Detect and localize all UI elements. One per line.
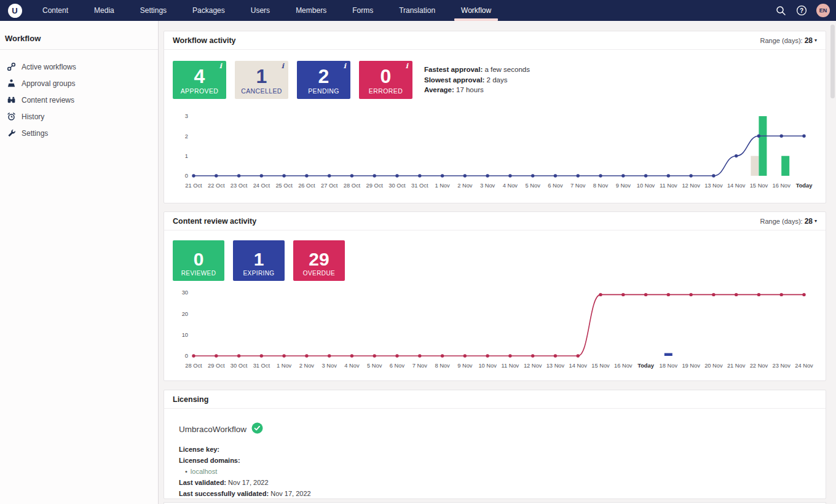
user-avatar[interactable]: EN xyxy=(816,4,830,17)
stat-label: EXPIRING xyxy=(243,270,275,277)
range-value: 28 xyxy=(805,217,813,226)
scrollbar-thumb[interactable] xyxy=(830,25,835,98)
sidebar-item-label: Settings xyxy=(22,129,48,138)
sidebar-item-label: Approval groups xyxy=(22,79,75,88)
svg-text:22 Nov: 22 Nov xyxy=(750,363,768,369)
main-nav-items: Content Media Settings Packages Users Me… xyxy=(30,0,504,21)
nav-item-content[interactable]: Content xyxy=(30,0,81,21)
svg-text:4 Nov: 4 Nov xyxy=(503,183,518,189)
svg-text:3: 3 xyxy=(185,113,188,119)
stat-card-overdue: 29 OVERDUE xyxy=(293,240,345,281)
stat-card-cancelled: i 1 CANCELLED xyxy=(235,61,288,99)
info-icon[interactable]: i xyxy=(406,62,408,70)
nav-item-packages[interactable]: Packages xyxy=(179,0,238,21)
svg-text:Today: Today xyxy=(796,183,813,189)
svg-text:27 Oct: 27 Oct xyxy=(321,183,338,189)
umbraco-logo-mark: U xyxy=(8,4,22,18)
sidebar-item-active-workflows[interactable]: Active workflows xyxy=(0,58,158,75)
svg-text:9 Nov: 9 Nov xyxy=(457,363,473,369)
license-key-label: License key: xyxy=(179,446,219,453)
chevron-down-icon: ▾ xyxy=(814,37,817,43)
svg-text:30: 30 xyxy=(182,289,188,296)
stat-label: APPROVED xyxy=(181,87,219,95)
stat-label: OVERDUE xyxy=(303,270,335,277)
svg-text:1 Nov: 1 Nov xyxy=(435,183,450,189)
svg-text:6 Nov: 6 Nov xyxy=(390,363,405,369)
nav-item-settings[interactable]: Settings xyxy=(127,0,179,21)
svg-text:24 Nov: 24 Nov xyxy=(795,363,813,369)
nav-right-actions: ? EN xyxy=(775,4,836,17)
stat-value: 0 xyxy=(194,251,204,269)
nav-item-members[interactable]: Members xyxy=(283,0,339,21)
svg-text:?: ? xyxy=(800,7,803,14)
svg-text:12 Nov: 12 Nov xyxy=(524,363,542,369)
wrench-icon xyxy=(6,128,17,138)
svg-text:15 Nov: 15 Nov xyxy=(750,183,768,189)
licensed-domains-label: Licensed domains: xyxy=(179,457,240,464)
alarm-clock-icon xyxy=(6,111,17,122)
licensing-panel: Licensing UmbracoWorkflow License key: L… xyxy=(164,390,826,499)
nav-item-workflow[interactable]: Workflow xyxy=(448,0,504,21)
svg-text:31 Oct: 31 Oct xyxy=(411,183,428,189)
scrollbar xyxy=(830,25,835,502)
sidebar-item-settings[interactable]: Settings xyxy=(0,125,158,141)
svg-text:12 Nov: 12 Nov xyxy=(682,183,700,189)
last-validated-value: Nov 17, 2022 xyxy=(226,479,269,486)
svg-text:0: 0 xyxy=(185,173,188,179)
range-label: Range (days): xyxy=(760,218,803,225)
svg-text:30 Oct: 30 Oct xyxy=(231,363,248,369)
help-icon[interactable]: ? xyxy=(795,4,808,17)
stat-line-label: Slowest approval: xyxy=(424,76,484,84)
content-review-activity-panel: Content review activity Range (days): 28… xyxy=(164,211,826,381)
svg-text:Today: Today xyxy=(637,363,655,369)
stat-value: 1 xyxy=(256,67,267,85)
stat-line-label: Average: xyxy=(424,86,454,93)
svg-text:6 Nov: 6 Nov xyxy=(548,183,563,189)
svg-text:7 Nov: 7 Nov xyxy=(570,183,586,189)
license-valid-check-icon xyxy=(251,422,263,436)
info-icon[interactable]: i xyxy=(282,62,284,70)
workflow-activity-panel: Workflow activity Range (days): 28 ▾ i 4… xyxy=(164,31,826,203)
last-validated-label: Last validated: xyxy=(179,479,226,486)
stat-label: REVIEWED xyxy=(181,270,216,277)
svg-text:1 Nov: 1 Nov xyxy=(277,363,292,369)
svg-text:19 Nov: 19 Nov xyxy=(682,363,700,369)
svg-text:0: 0 xyxy=(185,353,188,359)
info-icon[interactable]: i xyxy=(344,62,346,70)
approval-time-stats: Fastest approval: a few seconds Slowest … xyxy=(424,61,530,99)
nav-item-translation[interactable]: Translation xyxy=(386,0,448,21)
last-success-label: Last successfully validated: xyxy=(179,490,269,497)
stat-card-approved: i 4 APPROVED xyxy=(173,61,226,99)
svg-text:15 Nov: 15 Nov xyxy=(591,363,610,369)
nav-item-users[interactable]: Users xyxy=(238,0,283,21)
svg-text:20: 20 xyxy=(182,311,188,317)
panel-title: Workflow activity xyxy=(173,36,236,45)
nav-item-media[interactable]: Media xyxy=(81,0,127,21)
svg-text:1: 1 xyxy=(185,153,188,159)
content-review-stat-cards: 0 REVIEWED 1 EXPIRING 29 OVERDUE xyxy=(173,240,817,281)
svg-text:10 Nov: 10 Nov xyxy=(478,363,497,369)
stat-label: CANCELLED xyxy=(241,87,282,95)
stat-line-value: a few seconds xyxy=(483,66,530,73)
sidebar-item-approval-groups[interactable]: Approval groups xyxy=(0,75,158,92)
umbraco-logo[interactable]: U xyxy=(0,4,30,18)
search-icon[interactable] xyxy=(775,4,787,17)
svg-text:14 Nov: 14 Nov xyxy=(569,363,587,369)
range-label: Range (days): xyxy=(760,37,803,44)
nav-item-forms[interactable]: Forms xyxy=(339,0,386,21)
sidebar-item-label: Content reviews xyxy=(22,96,74,104)
stat-card-errored: i 0 ERRORED xyxy=(359,61,412,99)
range-days-dropdown[interactable]: Range (days): 28 ▾ xyxy=(760,36,817,45)
sidebar-item-content-reviews[interactable]: Content reviews xyxy=(0,92,158,108)
svg-text:11 Nov: 11 Nov xyxy=(501,363,519,369)
content-review-activity-chart: 010203028 Oct29 Oct30 Oct31 Oct1 Nov2 No… xyxy=(173,287,818,372)
stat-label: ERRORED xyxy=(369,87,403,95)
stat-card-expiring: 1 EXPIRING xyxy=(233,240,285,281)
svg-text:10: 10 xyxy=(182,332,188,338)
sidebar-item-history[interactable]: History xyxy=(0,108,158,125)
info-icon[interactable]: i xyxy=(219,62,222,70)
workflow-activity-chart: 012321 Oct22 Oct23 Oct24 Oct25 Oct26 Oct… xyxy=(173,111,818,192)
range-days-dropdown[interactable]: Range (days): 28 ▾ xyxy=(760,217,817,226)
svg-text:5 Nov: 5 Nov xyxy=(367,363,382,369)
svg-text:7 Nov: 7 Nov xyxy=(412,363,428,369)
